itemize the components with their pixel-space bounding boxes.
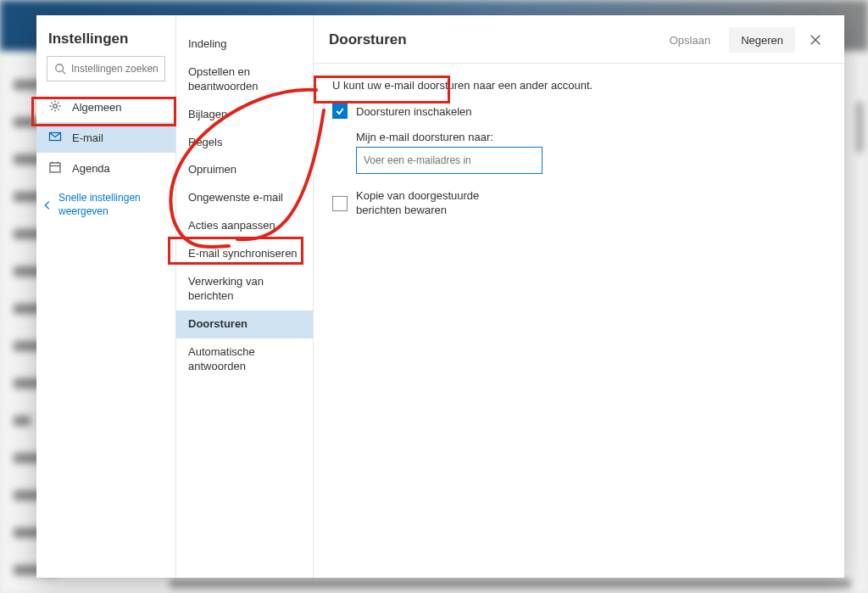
sub-nav-item[interactable]: Indeling [176,31,313,59]
svg-point-0 [56,64,64,72]
primary-nav-agenda[interactable]: Agenda [36,153,175,183]
sub-nav-item[interactable]: Doorsturen [176,310,313,338]
primary-nav-algemeen[interactable]: Algemeen [36,92,175,122]
chevron-left-icon [42,199,53,211]
save-button[interactable]: Opslaan [658,27,722,53]
content-title: Doorsturen [329,31,407,48]
settings-primary-nav: Instellingen AlgemeenE-mailAgenda Snelle… [36,15,176,578]
discard-button[interactable]: Negeren [729,27,795,53]
quick-settings-link[interactable]: Snelle instellingen weergeven [36,183,175,218]
forwarding-intro: U kunt uw e-mail doorsturen naar een and… [332,79,826,92]
calendar-icon [48,160,72,176]
keep-copy-label: Kopie van doorgestuurde berichten beware… [356,189,526,218]
settings-sub-nav: IndelingOpstellen en beantwoordenBijlage… [176,15,314,578]
svg-line-1 [63,71,66,75]
sub-nav-item[interactable]: Ongewenste e-mail [176,184,313,212]
sub-nav-item[interactable]: Acties aanpassen [176,212,313,240]
primary-nav-label: E-mail [72,131,103,144]
close-icon [810,34,821,46]
sub-nav-item[interactable]: Opstellen en beantwoorden [176,59,313,101]
forward-email-input[interactable] [357,148,542,173]
search-icon [54,63,66,75]
primary-nav-label: Algemeen [72,101,122,114]
primary-nav-e-mail[interactable]: E-mail [36,122,175,153]
quick-settings-label: Snelle instellingen weergeven [58,192,170,218]
sub-nav-item[interactable]: Opruimen [176,156,313,184]
settings-search-input[interactable] [71,63,158,75]
keep-copy-row[interactable]: Kopie van doorgestuurde berichten beware… [332,189,826,218]
close-button[interactable] [802,34,829,46]
sub-nav-item[interactable]: Automatische antwoorden [176,338,313,381]
settings-title: Instellingen [36,15,175,56]
svg-point-2 [53,103,57,107]
enable-forwarding-checkbox[interactable] [332,103,348,119]
svg-rect-4 [50,163,60,172]
sub-nav-item[interactable]: Verwerking van berichten [176,268,313,310]
primary-nav-label: Agenda [72,162,110,175]
enable-forwarding-label: Doorsturen inschakelen [356,105,472,118]
forward-to-label: Mijn e-mail doorsturen naar: [356,131,826,143]
sub-nav-item[interactable]: Bijlagen [176,101,313,129]
mail-icon [48,130,72,146]
enable-forwarding-row[interactable]: Doorsturen inschakelen [332,103,826,119]
settings-content: Doorsturen Opslaan Negeren U kunt uw e-m… [314,15,844,578]
sub-nav-item[interactable]: E-mail synchroniseren [176,240,313,268]
settings-modal: Instellingen AlgemeenE-mailAgenda Snelle… [36,15,844,578]
sub-nav-item[interactable]: Regels [176,129,313,157]
settings-search[interactable] [47,56,165,81]
keep-copy-checkbox[interactable] [332,196,348,211]
gear-icon [48,99,72,115]
checkmark-icon [335,106,345,116]
